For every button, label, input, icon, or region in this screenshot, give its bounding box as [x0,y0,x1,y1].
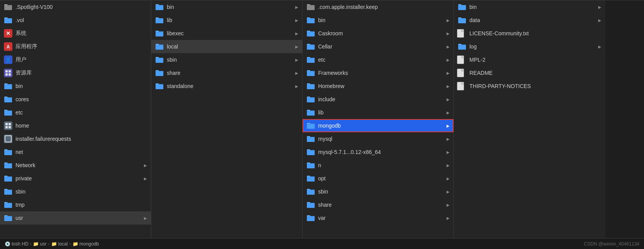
list-item-network[interactable]: Network▶ [0,159,151,172]
item-label: 用户 [16,56,148,63]
item-label: var [318,215,446,221]
list-item-log[interactable]: log▶ [454,40,605,53]
special-icon-yingyong: A [4,42,12,51]
breadcrumb-item-usr[interactable]: 📁 usr [33,241,47,247]
list-item-spotlight[interactable]: .Spotlight-V100 [0,0,151,14]
list-item-vol[interactable]: .vol [0,14,151,27]
list-item-yonghu[interactable]: 👤用户 [0,53,151,66]
list-item-sbin1[interactable]: sbin [0,185,151,198]
list-item-yingyong[interactable]: A应用程序 [0,40,151,53]
list-item-lib[interactable]: lib▶ [151,14,302,27]
folder-icon [306,43,315,50]
chevron-icon: ▶ [446,137,450,141]
breadcrumb-item-mongodb[interactable]: 📁 mongodb [73,241,99,247]
special-icon-home [4,121,12,130]
list-item-cores[interactable]: cores [0,93,151,106]
list-item-mysql57[interactable]: mysql-5.7.1...0.12-x86_64▶ [303,145,454,159]
list-item-bin4[interactable]: bin▶ [454,0,605,14]
folder-icon [4,96,12,103]
folder-icon [306,109,315,116]
chevron-icon: ▶ [143,163,148,168]
folder-icon [306,162,315,169]
breadcrumb-item[interactable]: 💿 tosh HD [5,241,28,247]
list-item-private[interactable]: private▶ [0,172,151,185]
list-item-sbin2[interactable]: sbin▶ [151,53,302,66]
chevron-icon: ▶ [294,57,299,62]
chevron-icon: ▶ [446,71,450,75]
folder-icon [4,188,12,195]
item-label: Network [16,162,143,168]
list-item-include[interactable]: include▶ [303,93,454,106]
list-item-share[interactable]: share▶ [151,66,302,80]
list-item-local[interactable]: local▶ [151,40,302,53]
special-icon-yonghu: 👤 [4,55,12,64]
item-label: MPL-2 [469,57,602,63]
list-item-mongodb[interactable]: mongodb▶ [303,119,454,132]
folder-icon [155,83,164,90]
folder-icon [4,162,12,169]
item-label: lib [318,109,446,116]
folder-icon [4,201,12,208]
list-item-cellar[interactable]: Cellar▶ [303,40,454,53]
chevron-icon: ▶ [446,84,450,88]
folder-icon [4,109,12,116]
item-label: Caskroom [318,30,446,36]
list-item-thirdparty[interactable]: THIRD-PARTY-NOTICES [454,80,605,93]
list-item-data[interactable]: data▶ [454,14,605,27]
folder-icon [306,96,315,103]
list-item-n[interactable]: n▶ [303,159,454,172]
chevron-icon: ▶ [446,202,450,207]
breadcrumb: 💿 tosh HD › 📁 usr › 📁 local › 📁 mongodb [5,241,584,247]
list-item-ziyuanku[interactable]: 资源库 [0,66,151,80]
list-item-bin3[interactable]: bin▶ [303,14,454,27]
list-item-lib2[interactable]: lib▶ [303,106,454,119]
list-item-mpl2[interactable]: MPL-2 [454,53,605,66]
svg-rect-8 [9,70,11,73]
breadcrumb-item-local[interactable]: 📁 local [51,241,68,247]
folder-icon [306,188,315,195]
list-item-home[interactable]: home [0,119,151,132]
list-item-bin1[interactable]: bin [0,80,151,93]
file-icon [458,30,466,37]
list-item-net[interactable]: net [0,145,151,159]
list-item-libexec[interactable]: libexec▶ [151,27,302,40]
list-item-license[interactable]: LICENSE-Community.txt [454,27,605,40]
list-item-sbin3[interactable]: sbin▶ [303,185,454,198]
list-item-var[interactable]: var▶ [303,211,454,225]
svg-rect-14 [5,126,8,128]
list-item-installer[interactable]: installer.failurerequests [0,132,151,145]
list-item-frameworks[interactable]: Frameworks▶ [303,66,454,80]
list-item-etc[interactable]: etc [0,106,151,119]
list-item-share2[interactable]: share▶ [303,198,454,211]
svg-text:✕: ✕ [6,30,10,36]
column-4: bin▶ data▶LICENSE-Community.txt log▶MPL-… [454,0,605,238]
list-item-etc2[interactable]: etc▶ [303,53,454,66]
item-label: bin [167,4,294,10]
list-item-homebrew[interactable]: Homebrew▶ [303,80,454,93]
item-label: data [469,17,597,23]
item-label: net [16,149,148,155]
watermark: CSDN @weixin_40461134 [584,241,639,247]
chevron-icon: ▶ [597,44,602,49]
file-icon [458,83,466,90]
list-item-standalone[interactable]: standalone▶ [151,80,302,93]
chevron-icon: ▶ [446,31,450,36]
list-item-opt[interactable]: opt▶ [303,172,454,185]
chevron-icon: ▶ [597,18,602,22]
list-item-usr[interactable]: usr▶ [0,211,151,225]
list-item-bin2[interactable]: bin▶ [151,0,302,14]
list-item-readme[interactable]: README [454,66,605,80]
folder-icon [155,56,164,63]
folder-icon [458,3,466,10]
list-item-mysql[interactable]: mysql▶ [303,132,454,145]
svg-rect-13 [9,123,11,125]
folder-icon [306,30,315,37]
list-item-tmp[interactable]: tmp [0,198,151,211]
list-item-caskroom[interactable]: Caskroom▶ [303,27,454,40]
folder-icon [306,17,315,24]
list-item-apple_installer[interactable]: .com.apple.installer.keep [303,0,454,14]
chevron-icon: ▶ [143,176,148,181]
list-item-xitong[interactable]: ✕系统 [0,27,151,40]
item-label: LICENSE-Community.txt [469,30,602,36]
item-label: 系统 [16,30,148,37]
